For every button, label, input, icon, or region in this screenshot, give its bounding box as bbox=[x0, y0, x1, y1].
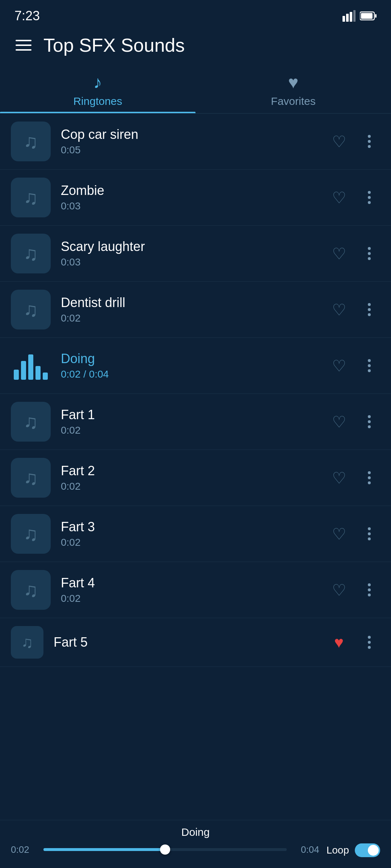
wave-bar bbox=[43, 373, 48, 380]
list-item: ♫ Scary laughter 0:03 ♡ bbox=[0, 226, 391, 282]
loop-toggle[interactable] bbox=[355, 843, 380, 857]
more-options-button[interactable] bbox=[358, 187, 380, 208]
wave-bar bbox=[35, 366, 41, 380]
more-icon bbox=[368, 303, 371, 316]
heart-icon: ♡ bbox=[332, 581, 346, 599]
more-icon bbox=[368, 135, 371, 148]
sound-thumbnail: ♫ bbox=[11, 626, 43, 659]
more-options-button[interactable] bbox=[358, 243, 380, 264]
favorite-button[interactable]: ♡ bbox=[328, 523, 350, 545]
bottom-player: Doing 0:02 0:04 Loop bbox=[0, 820, 391, 868]
heart-icon: ♥ bbox=[334, 633, 344, 651]
heart-icon: ♡ bbox=[332, 469, 346, 487]
sound-actions: ♡ bbox=[328, 355, 380, 376]
wave-bar bbox=[21, 361, 26, 380]
music-note-icon: ♫ bbox=[24, 467, 38, 489]
more-options-button[interactable] bbox=[358, 467, 380, 489]
favorite-button[interactable]: ♡ bbox=[328, 355, 350, 376]
list-item: ♫ Fart 3 0:02 ♡ bbox=[0, 506, 391, 562]
more-options-button[interactable] bbox=[358, 411, 380, 433]
signal-icon bbox=[342, 10, 356, 22]
list-item: ♫ Fart 1 0:02 ♡ bbox=[0, 394, 391, 450]
more-options-button[interactable] bbox=[358, 299, 380, 320]
list-item: ♫ Cop car siren 0:05 ♡ bbox=[0, 114, 391, 170]
sound-list: ♫ Cop car siren 0:05 ♡ ♫ Zombie 0:03 ♡ bbox=[0, 114, 391, 739]
music-note-icon: ♫ bbox=[21, 633, 33, 651]
more-icon bbox=[368, 527, 371, 540]
more-options-button[interactable] bbox=[358, 355, 380, 376]
more-icon bbox=[368, 636, 371, 649]
tab-active-indicator bbox=[0, 112, 196, 113]
heart-icon: ♡ bbox=[332, 413, 346, 431]
heart-icon: ♡ bbox=[332, 188, 346, 207]
status-time: 7:23 bbox=[14, 8, 40, 24]
wave-bar bbox=[28, 354, 33, 380]
sound-actions: ♡ bbox=[328, 243, 380, 264]
heart-icon: ♡ bbox=[332, 357, 346, 375]
sound-actions: ♥ bbox=[328, 631, 380, 653]
music-note-icon: ♫ bbox=[24, 130, 38, 153]
more-options-button[interactable] bbox=[358, 579, 380, 601]
list-item: ♫ Fart 2 0:02 ♡ bbox=[0, 450, 391, 506]
loop-label: Loop bbox=[327, 844, 349, 856]
favorite-button[interactable]: ♡ bbox=[328, 131, 350, 152]
svg-rect-6 bbox=[361, 13, 373, 19]
ringtones-tab-icon: ♪ bbox=[93, 72, 102, 92]
svg-rect-3 bbox=[353, 10, 356, 22]
progress-bar[interactable] bbox=[43, 848, 287, 851]
menu-button[interactable] bbox=[11, 33, 36, 58]
list-item: ♫ Fart 5 ♥ bbox=[0, 618, 391, 667]
favorite-button[interactable]: ♥ bbox=[328, 631, 350, 653]
sound-duration: 0:02 bbox=[61, 537, 328, 548]
heart-icon: ♡ bbox=[332, 244, 346, 263]
more-options-button[interactable] bbox=[358, 131, 380, 152]
sound-actions: ♡ bbox=[328, 467, 380, 489]
sound-name: Dentist drill bbox=[61, 295, 328, 310]
favorite-button[interactable]: ♡ bbox=[328, 579, 350, 601]
progress-thumb bbox=[160, 844, 170, 855]
sound-info: Doing 0:02 / 0:04 bbox=[61, 351, 328, 380]
sound-name: Fart 4 bbox=[61, 575, 328, 591]
more-icon bbox=[368, 583, 371, 596]
status-icons bbox=[342, 10, 377, 22]
sound-info: Cop car siren 0:05 bbox=[61, 127, 328, 156]
favorite-button[interactable]: ♡ bbox=[328, 411, 350, 433]
music-note-icon: ♫ bbox=[24, 410, 38, 433]
svg-rect-2 bbox=[350, 12, 352, 22]
more-icon bbox=[368, 359, 371, 372]
player-total-time: 0:04 bbox=[294, 844, 319, 855]
svg-rect-5 bbox=[375, 14, 377, 18]
tab-ringtones[interactable]: ♪ Ringtones bbox=[0, 65, 196, 113]
tab-favorites[interactable]: ♥ Favorites bbox=[196, 65, 391, 113]
sound-thumbnail: ♫ bbox=[11, 122, 51, 161]
sound-info: Fart 2 0:02 bbox=[61, 463, 328, 492]
sound-name: Zombie bbox=[61, 183, 328, 198]
sound-duration: 0:03 bbox=[61, 256, 328, 268]
sound-duration: 0:02 bbox=[61, 312, 328, 324]
music-note-icon: ♫ bbox=[24, 579, 38, 601]
more-options-button[interactable] bbox=[358, 631, 380, 653]
sound-info: Fart 5 bbox=[54, 635, 328, 650]
sound-thumbnail: ♫ bbox=[11, 570, 51, 610]
more-options-button[interactable] bbox=[358, 523, 380, 545]
status-bar: 7:23 bbox=[0, 0, 391, 29]
favorite-button[interactable]: ♡ bbox=[328, 187, 350, 208]
app-header: Top SFX Sounds bbox=[0, 29, 391, 65]
sound-duration: 0:02 bbox=[61, 425, 328, 436]
favorite-button[interactable]: ♡ bbox=[328, 299, 350, 320]
sound-duration: 0:05 bbox=[61, 144, 328, 156]
sound-info: Fart 1 0:02 bbox=[61, 407, 328, 436]
music-note-icon: ♫ bbox=[24, 242, 38, 265]
player-loop-row: Loop bbox=[327, 843, 380, 857]
sound-duration: 0:02 bbox=[61, 593, 328, 604]
sound-info: Dentist drill 0:02 bbox=[61, 295, 328, 324]
music-note-icon: ♫ bbox=[24, 523, 38, 545]
menu-icon bbox=[16, 40, 31, 51]
loop-toggle-circle bbox=[368, 845, 379, 856]
favorite-button[interactable]: ♡ bbox=[328, 467, 350, 489]
sound-actions: ♡ bbox=[328, 579, 380, 601]
favorite-button[interactable]: ♡ bbox=[328, 243, 350, 264]
sound-actions: ♡ bbox=[328, 523, 380, 545]
sound-info: Fart 4 0:02 bbox=[61, 575, 328, 604]
music-note-icon: ♫ bbox=[24, 298, 38, 321]
